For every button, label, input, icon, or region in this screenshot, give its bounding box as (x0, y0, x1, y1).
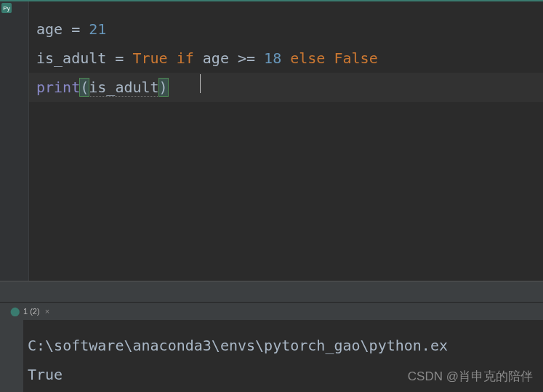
python-icon: ⬤ (10, 306, 20, 316)
token-number: 18 (264, 49, 281, 67)
watermark-text: CSDN @肖申克的陪伴 (408, 368, 533, 385)
close-icon[interactable]: × (45, 307, 49, 316)
code-editor[interactable]: Py age = 21 is_adult = True if age >= 18… (0, 0, 543, 281)
console-line: C:\software\anaconda3\envs\pytorch_gao\p… (28, 331, 543, 360)
token-operator: >= (229, 49, 264, 67)
console-gutter (0, 320, 23, 392)
token-boolean: True (132, 49, 167, 67)
code-line[interactable]: is_adult = True if age >= 18 else False (36, 44, 543, 73)
token-variable: is_adult (36, 49, 106, 67)
token-keyword: else (290, 49, 325, 67)
caret-icon (200, 74, 201, 93)
file-type-badge: Py (1, 3, 12, 13)
token-boolean: False (334, 49, 377, 67)
token-operator: = (63, 20, 89, 38)
token-variable: age (36, 20, 63, 38)
token-operator: = (106, 49, 132, 67)
code-content[interactable]: age = 21 is_adult = True if age >= 18 el… (0, 1, 543, 102)
editor-gutter: Py (0, 1, 29, 281)
run-tab[interactable]: ⬤ 1 (2) × (6, 305, 54, 318)
code-line[interactable]: age = 21 (36, 15, 543, 44)
token-function: print (36, 79, 80, 96)
panel-divider[interactable] (0, 281, 543, 303)
token-paren-match: ( (80, 79, 89, 96)
token-paren-match: ) (159, 79, 168, 96)
token-variable: age (203, 49, 229, 67)
token-variable: is_adult (89, 79, 158, 97)
run-tab-bar: ⬤ 1 (2) × (0, 303, 543, 320)
token-number: 21 (89, 20, 106, 38)
code-line[interactable]: print(is_adult) (36, 73, 543, 102)
token-keyword: if (177, 49, 194, 67)
run-tab-label: 1 (2) (23, 307, 40, 316)
